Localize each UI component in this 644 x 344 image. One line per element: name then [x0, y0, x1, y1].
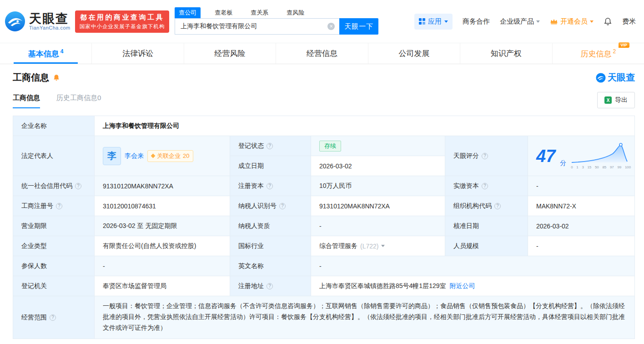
caret-down-icon	[381, 245, 385, 247]
help-icon[interactable]: ?	[267, 183, 273, 189]
staff-size-label: 人员规模	[445, 236, 528, 256]
logo-domain: TianYanCha.com	[29, 25, 70, 30]
tab-label: 法律诉讼	[122, 48, 153, 59]
caret-down-icon	[590, 20, 594, 23]
search-input-wrap: ×	[175, 18, 339, 35]
nearby-companies-link[interactable]: 附近公司	[450, 282, 475, 290]
related-company-icon	[151, 154, 156, 158]
search-area: 查公司 查老板 查关系 查风险 × 天眼一下	[175, 8, 378, 35]
notification-bell-icon[interactable]	[604, 17, 612, 26]
company-name-label: 企业名称	[13, 116, 95, 136]
help-icon[interactable]: ?	[267, 143, 273, 149]
help-icon[interactable]: ?	[494, 203, 501, 209]
subtab-business-info[interactable]: 工商信息	[13, 94, 40, 108]
tab-count-badge: 4	[60, 48, 64, 55]
help-icon[interactable]: ?	[75, 183, 81, 189]
legal-rep-avatar[interactable]: 李	[103, 147, 121, 165]
score-axis: 0131550859799100	[571, 165, 631, 169]
search-tab-risk[interactable]: 查风险	[282, 7, 308, 18]
enterprise-products-label: 企业级产品	[500, 17, 534, 26]
export-label: 导出	[615, 96, 628, 104]
help-icon[interactable]: ?	[279, 203, 286, 209]
status-badge: 存续	[319, 141, 341, 152]
search-input[interactable]	[175, 19, 339, 34]
tab-legal-cases[interactable]: 法律诉讼	[92, 43, 184, 64]
taxpayer-quali-label: 纳税人资质	[230, 216, 311, 236]
address-value: 上海市奉贤区奉城镇德胜路85号4幢1层129室 附近公司	[311, 276, 635, 296]
address-text: 上海市奉贤区奉城镇德胜路85号4幢1层129室	[319, 282, 446, 290]
legal-rep-value: 李 李会来 关联企业 20	[95, 136, 230, 176]
caret-down-icon	[444, 20, 448, 23]
english-name-label: 英文名称	[230, 256, 311, 276]
subtab-history-business-info[interactable]: 历史工商信息0	[56, 94, 101, 108]
tab-intellectual-property[interactable]: 知识产权	[460, 43, 552, 64]
clear-search-icon[interactable]: ×	[327, 23, 335, 30]
reg-no-label: 工商注册号?	[13, 196, 95, 216]
industry-name: 综合管理服务	[319, 242, 357, 250]
help-icon[interactable]: ?	[56, 203, 62, 209]
nav-open-vip[interactable]: 开通会员	[550, 17, 594, 26]
credit-code-label: 统一社会信用代码?	[13, 176, 95, 196]
tab-count-badge: 2	[613, 48, 616, 55]
taxpayer-quali-value: -	[311, 216, 445, 236]
tab-operating-risk[interactable]: 经营风险	[184, 43, 276, 64]
reg-capital-value: 10万人民币	[311, 176, 445, 196]
tyc-score-label: 天眼评分?	[445, 136, 528, 176]
nav-business-coop[interactable]: 商务合作	[463, 17, 490, 26]
approval-date-value: 2026-03-02	[528, 216, 635, 236]
watermark-text: 天眼查	[608, 71, 635, 84]
slogan-line2: 国家中小企业发展子基金旗下机构	[80, 23, 165, 30]
search-tab-boss[interactable]: 查老板	[211, 7, 236, 18]
industry-dropdown[interactable]: 综合管理服务 (L722)	[319, 242, 385, 250]
legal-rep-name-link[interactable]: 李会来	[125, 152, 144, 160]
tab-operating-info[interactable]: 经营信息	[276, 43, 368, 64]
related-companies-badge[interactable]: 关联企业 20	[147, 150, 193, 162]
tab-label: 经营信息	[307, 48, 337, 59]
search-tab-company[interactable]: 查公司	[175, 7, 201, 18]
section-head: 工商信息 天眼查	[0, 64, 644, 84]
business-scope-value: 一般项目：餐饮管理；企业管理；信息咨询服务（不含许可类信息咨询服务）；互联网销售…	[95, 296, 635, 339]
apps-label: 应用	[428, 17, 442, 26]
staff-size-value: -	[528, 236, 635, 256]
industry-value: 综合管理服务 (L722)	[311, 236, 445, 256]
insured-count-label: 参保人数	[13, 256, 95, 276]
paid-capital-value: -	[528, 176, 635, 196]
export-button[interactable]: X 导出	[597, 92, 635, 108]
tab-company-development[interactable]: 公司发展	[368, 43, 460, 64]
business-scope-label: 经营范围?	[13, 296, 95, 339]
monitor-bell-icon[interactable]	[53, 74, 60, 81]
apps-grid-icon	[419, 18, 425, 25]
insured-count-value: -	[95, 256, 230, 276]
score-number: 47	[536, 147, 555, 165]
search-button[interactable]: 天眼一下	[339, 18, 378, 35]
logo-text: 天眼查	[29, 12, 70, 25]
main-tabs: 基本信息4 法律诉讼 经营风险 经营信息 公司发展 知识产权 历史信息2 VIP	[0, 43, 644, 64]
help-icon[interactable]: ?	[267, 283, 273, 289]
site-header: 天眼查 TianYanCha.com 都在用的商业查询工具 国家中小企业发展子基…	[0, 0, 644, 43]
reg-no-value: 310120010874631	[95, 196, 230, 216]
help-icon[interactable]: ?	[50, 314, 56, 321]
company-type-value: 有限责任公司(自然人投资或控股)	[95, 236, 230, 256]
tab-basic-info[interactable]: 基本信息4	[0, 43, 92, 64]
establish-date-label: 成立日期	[230, 156, 311, 176]
company-type-label: 企业类型	[13, 236, 95, 256]
help-icon[interactable]: ?	[482, 183, 488, 189]
related-companies-label: 关联企业	[157, 152, 181, 160]
user-name[interactable]: 费米	[622, 17, 636, 26]
help-icon[interactable]: ?	[482, 153, 488, 159]
tab-history-info[interactable]: 历史信息2 VIP	[553, 43, 644, 64]
search-tab-relation[interactable]: 查关系	[247, 7, 272, 18]
apps-menu[interactable]: 应用	[414, 14, 453, 30]
tyc-score-value: 47 分 0131550859799100	[528, 136, 635, 176]
taxpayer-no-value: 91310120MAK8NN72XA	[311, 196, 445, 216]
reg-status-value: 存续	[311, 136, 445, 156]
vip-badge: VIP	[619, 42, 630, 48]
english-name-value: -	[311, 256, 635, 276]
related-companies-count: 20	[183, 152, 189, 159]
open-vip-label: 开通会员	[560, 17, 588, 26]
tianyancha-logo[interactable]: 天眼查 TianYanCha.com	[5, 11, 70, 32]
credit-code-value: 91310120MAK8NN72XA	[95, 176, 230, 196]
nav-enterprise-products[interactable]: 企业级产品	[500, 17, 540, 26]
crown-icon	[550, 18, 558, 25]
tab-label: 历史信息	[580, 49, 611, 58]
